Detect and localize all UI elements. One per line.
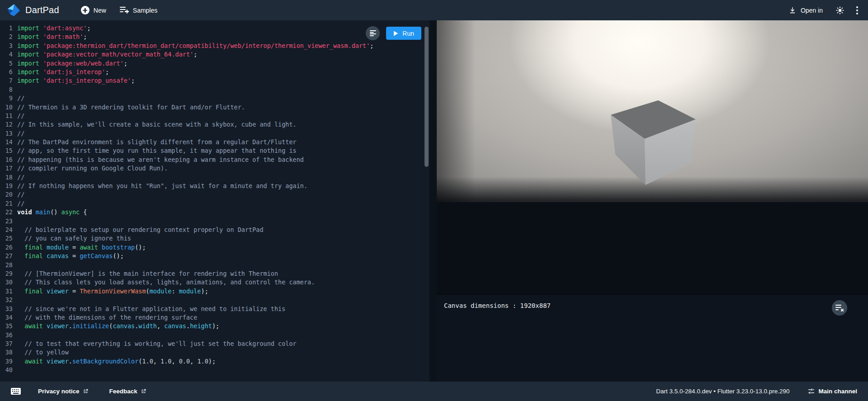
download-icon — [788, 6, 797, 14]
kebab-menu-icon — [856, 6, 858, 8]
add-circle-icon — [81, 6, 90, 14]
panel-splitter[interactable] — [429, 20, 437, 382]
code-line[interactable]: 38 // to yellow — [0, 348, 429, 357]
code-line[interactable]: 6import 'dart:js_interop'; — [0, 68, 429, 76]
code-line[interactable]: 11// — [0, 112, 429, 120]
scrollbar-thumb[interactable] — [425, 27, 429, 167]
line-number: 19 — [0, 182, 17, 190]
channel-selector-button[interactable]: Main channel — [805, 386, 860, 397]
line-number: 18 — [0, 173, 17, 182]
line-number: 16 — [0, 156, 17, 164]
code-line[interactable]: 34 // with the dimensions of the renderi… — [0, 313, 429, 322]
run-button-label: Run — [402, 30, 414, 37]
clear-console-button[interactable] — [832, 300, 847, 316]
line-number: 31 — [0, 287, 17, 296]
code-line[interactable]: 4import 'package:vector_math/vector_math… — [0, 50, 429, 59]
line-number: 1 — [0, 24, 17, 33]
line-number: 22 — [0, 208, 17, 217]
privacy-notice-label: Privacy notice — [38, 388, 80, 395]
code-line[interactable]: 29 // [ThermionViewer] is the main inter… — [0, 269, 429, 278]
output-panel: Canvas dimensions : 868x401 — [437, 20, 868, 382]
run-button[interactable]: Run — [386, 27, 421, 40]
code-line[interactable]: 17// compiler running on Google Cloud Ru… — [0, 164, 429, 173]
main-area: 1import 'dart:async';2import 'dart:math'… — [0, 20, 868, 382]
editor-scrollbar[interactable] — [424, 20, 429, 382]
code-line[interactable]: 30 // This class lets you load assets, l… — [0, 278, 429, 287]
format-button[interactable] — [366, 26, 380, 40]
theme-toggle-button[interactable] — [833, 3, 847, 18]
render-background — [437, 202, 868, 294]
code-line[interactable]: 31 final viewer = ThermionViewerWasm(mod… — [0, 287, 429, 296]
new-button[interactable]: New — [77, 3, 110, 17]
samples-button[interactable]: Samples — [116, 4, 161, 17]
code-line[interactable]: 20// — [0, 190, 429, 199]
app-header: DartPad New Samples Open in — [0, 0, 868, 20]
code-line[interactable]: 1import 'dart:async'; — [0, 24, 429, 33]
code-line[interactable]: 5import 'package:web/web.dart'; — [0, 59, 429, 68]
line-number: 20 — [0, 190, 17, 199]
code-line[interactable]: 22void main() async { — [0, 208, 429, 217]
code-line[interactable]: 16// happening (this is because we aren'… — [0, 156, 429, 164]
channel-label: Main channel — [818, 388, 857, 395]
line-number: 9 — [0, 94, 17, 103]
code-line[interactable]: 7import 'dart:js_interop_unsafe'; — [0, 76, 429, 85]
code-line[interactable]: 37 // to test that everything is working… — [0, 340, 429, 348]
code-line[interactable]: 3import 'package:thermion_dart/thermion_… — [0, 42, 429, 50]
code-line[interactable]: 40 — [0, 366, 429, 374]
line-number: 15 — [0, 146, 17, 155]
code-line[interactable]: 9// — [0, 94, 429, 103]
code-line[interactable]: 26 final module = await bootstrap(); — [0, 243, 429, 252]
render-viewport[interactable] — [437, 20, 868, 202]
keyboard-shortcuts-button[interactable] — [8, 385, 24, 397]
line-number: 35 — [0, 322, 17, 330]
code-line[interactable]: 36 — [0, 331, 429, 340]
code-line[interactable]: 39 await viewer.setBackgroundColor(1.0, … — [0, 357, 429, 366]
line-number: 8 — [0, 85, 17, 94]
line-number: 32 — [0, 296, 17, 304]
feedback-label: Feedback — [109, 388, 137, 395]
code-line[interactable]: 32 — [0, 296, 429, 304]
console-panel: Canvas dimensions : 868x401 — [437, 294, 868, 382]
feedback-link[interactable]: Feedback — [107, 386, 149, 396]
app-title: DartPad — [25, 5, 59, 15]
line-number: 11 — [0, 112, 17, 120]
code-line[interactable]: 33 // since we're not in a Flutter appli… — [0, 305, 429, 313]
line-number: 27 — [0, 252, 17, 260]
line-number: 6 — [0, 68, 17, 76]
line-number: 2 — [0, 33, 17, 41]
code-line[interactable]: 8 — [0, 85, 429, 94]
code-line[interactable]: 27 final canvas = getCanvas(); — [0, 252, 429, 260]
line-number: 21 — [0, 199, 17, 208]
code-line[interactable]: 35 await viewer.initialize(canvas.width,… — [0, 322, 429, 330]
code-line[interactable]: 24 // boilerplate to setup our rendering… — [0, 226, 429, 234]
keyboard-icon — [11, 388, 21, 395]
code-line[interactable]: 2import 'dart:math'; — [0, 33, 429, 41]
code-line[interactable]: 18// — [0, 173, 429, 182]
code-line[interactable]: 21// — [0, 199, 429, 208]
line-number: 33 — [0, 305, 17, 313]
open-in-button[interactable]: Open in — [785, 4, 826, 17]
status-bar: Privacy notice Feedback Dart 3.5.0-284.0… — [0, 382, 868, 401]
line-number: 40 — [0, 366, 17, 374]
line-number: 17 — [0, 164, 17, 173]
line-number: 13 — [0, 129, 17, 138]
code-line[interactable]: 28 — [0, 261, 429, 269]
console-output: Canvas dimensions : 868x401 — [444, 301, 861, 310]
tune-icon — [807, 387, 815, 395]
code-line[interactable]: 14// The DartPad environment is slightly… — [0, 138, 429, 146]
code-editor[interactable]: 1import 'dart:async';2import 'dart:math'… — [0, 20, 429, 382]
line-number: 4 — [0, 50, 17, 59]
code-line[interactable]: 15// app, so the first time you run this… — [0, 146, 429, 155]
code-line[interactable]: 10// Thermion is a 3D rendering toolkit … — [0, 103, 429, 112]
editor-actions: Run — [366, 26, 421, 40]
code-line[interactable]: 12// In this sample, we'll create a basi… — [0, 120, 429, 129]
overflow-menu-button[interactable] — [854, 5, 861, 16]
privacy-notice-link[interactable]: Privacy notice — [35, 386, 91, 396]
line-number: 5 — [0, 59, 17, 68]
samples-button-label: Samples — [133, 7, 157, 14]
code-line[interactable]: 19// If nothing happens when you hit "Ru… — [0, 182, 429, 190]
open-in-label: Open in — [801, 7, 823, 14]
code-line[interactable]: 23 — [0, 217, 429, 226]
code-line[interactable]: 13// — [0, 129, 429, 138]
code-line[interactable]: 25 // you can safely ignore this — [0, 234, 429, 243]
